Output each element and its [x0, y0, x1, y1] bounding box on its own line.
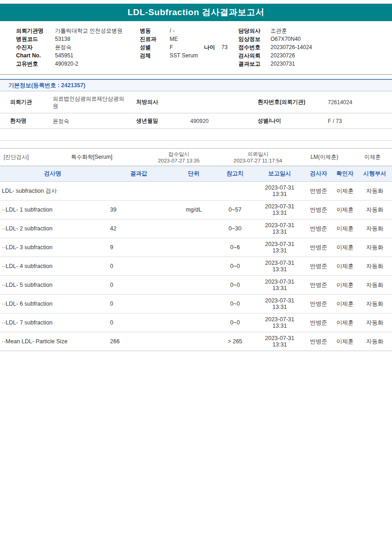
field-label: 결과보고: [238, 60, 271, 68]
basic-info-row: 환자명 윤정숙 생년월일 490920 성별/나이 F / 73: [0, 113, 392, 129]
field-patient: 수진자 윤정숙: [16, 43, 140, 51]
table-row: ··LDL- 6 subfraction 0 0~0 2023-07-31 13…: [0, 295, 392, 313]
field-value: 20230726: [271, 51, 295, 60]
field-unique-no: 고유번호 490920-2: [16, 60, 140, 68]
reference-range: 0~30: [215, 219, 254, 238]
tester: 반병준: [305, 332, 332, 351]
field-clinical-info: 임상정보 O67X70N40: [238, 35, 392, 43]
report-time: 13:31: [254, 304, 305, 310]
table-row: ··LDL- 4 subfraction 0 0~0 2023-07-31 13…: [0, 257, 392, 276]
performing-dept: 자동화: [358, 182, 392, 201]
value-birthdate: 490920: [188, 116, 248, 127]
report-date: 2023-07-31: [254, 241, 305, 247]
value-requesting-org: 의료법인삼광의료재단삼광의원: [50, 93, 126, 112]
report-date: 2023-07-31: [254, 184, 305, 191]
section-title: 기본정보(등록번호 : 2421357): [8, 82, 85, 89]
empty-row: [0, 129, 392, 141]
column-header-verifier: 확인자: [332, 166, 358, 182]
header-col-right: 담당의사 조관훈 임상정보 O67X70N40 접수번호 20230726-14…: [238, 27, 392, 68]
table-row: LDL- subfraction 검사 2023-07-31 13:31 반병준…: [0, 182, 392, 201]
test-category: [진단검사]: [0, 153, 66, 161]
unit: [172, 276, 215, 295]
receipt-label: 접수일시: [168, 151, 189, 157]
field-value: 20230726-14024: [271, 43, 312, 51]
verifier: 이제훈: [332, 182, 358, 201]
basic-info-section-header: 기본정보(등록번호 : 2421357): [0, 79, 392, 91]
reference-range: [215, 182, 254, 201]
tester: 반병준: [305, 219, 332, 238]
field-value: 조관훈: [271, 27, 287, 35]
verifier: 이제훈: [332, 332, 358, 351]
column-header-reference: 참고치: [215, 166, 254, 182]
report-datetime: 2023-07-31 13:31: [254, 219, 305, 238]
field-test-request-date: 검사의뢰 20230726: [238, 51, 392, 60]
column-header-unit: 단위: [172, 166, 215, 182]
field-ward: 병동 / -: [140, 27, 238, 35]
performing-dept: 자동화: [358, 201, 392, 219]
field-value: O67X70N40: [271, 35, 301, 43]
confirmer: 이제훈: [353, 153, 392, 161]
test-name: ··LDL- 2 subfraction: [0, 219, 105, 238]
report-time: 13:31: [254, 266, 305, 273]
field-label: 고유번호: [16, 60, 55, 68]
table-row: ··LDL- 5 subfraction 0 0~0 2023-07-31 13…: [0, 276, 392, 295]
receipt-datetime: 접수일시 2023-07-27 13:35: [138, 151, 220, 164]
field-requesting-org-name: 의뢰기관명 가톨릭대학교 인천성모병원: [16, 27, 140, 35]
result-value: 266: [105, 332, 172, 351]
test-name: ··LDL- 6 subfraction: [0, 295, 105, 313]
test-name: ··LDL- 1 subfraction: [0, 201, 105, 219]
verifier: 이제훈: [332, 313, 358, 332]
value-sex-age: F / 73: [326, 116, 392, 127]
report-datetime: 2023-07-31 13:31: [254, 238, 305, 257]
report-time: 13:31: [254, 191, 305, 197]
header-col-left: 의뢰기관명 가톨릭대학교 인천성모병원 병원코드 53138 수진자 윤정숙 C…: [16, 27, 140, 68]
tester: 반병준: [305, 182, 332, 201]
test-name: ··LDL- 5 subfraction: [0, 276, 105, 295]
report-time: 13:31: [254, 247, 305, 254]
performing-dept: 자동화: [358, 295, 392, 313]
report-datetime: 2023-07-31 13:31: [254, 182, 305, 201]
field-value: ME: [170, 35, 178, 43]
report-title: LDL-Subfraction 검사결과보고서: [127, 6, 265, 18]
unit: [172, 313, 215, 332]
column-header-test-name: 검사명: [0, 166, 105, 182]
basic-info-row: 의뢰기관 의료법인삼광의료재단삼광의원 처방의사 환자번호(의뢰기관) 7261…: [0, 91, 392, 113]
unit: mg/dL: [172, 201, 215, 219]
test-name: ··Mean LDL- Particle Size: [0, 332, 105, 351]
table-row: ··Mean LDL- Particle Size 266 > 265 2023…: [0, 332, 392, 351]
header-col-middle: 병동 / - 진료과 ME 성별 F 나이 73 검체 SST Serum: [140, 27, 238, 68]
report-date: 2023-07-31: [254, 203, 305, 210]
spacer: [0, 141, 392, 148]
unit: [172, 295, 215, 313]
performing-dept: 자동화: [358, 332, 392, 351]
report-title-banner: LDL-Subfraction 검사결과보고서: [0, 4, 392, 21]
lm-reviewer: LM(이제훈): [296, 153, 353, 161]
field-label: 검체: [140, 51, 170, 60]
reference-range: 0~57: [215, 201, 254, 219]
column-header-report-datetime: 보고일시: [254, 166, 305, 182]
report-datetime: 2023-07-31 13:31: [254, 257, 305, 276]
report-datetime: 2023-07-31 13:31: [254, 276, 305, 295]
tester: 반병준: [305, 257, 332, 276]
label-prescribing-doctor: 처방의사: [126, 98, 188, 106]
field-result-report-date: 결과보고 20230731: [238, 60, 392, 68]
request-value: 2023-07-27 11:17:54: [234, 158, 282, 163]
report-date: 2023-07-31: [254, 335, 305, 341]
field-label: 의뢰기관명: [16, 27, 55, 35]
request-label: 의뢰일시: [248, 151, 269, 157]
verifier: 이제훈: [332, 238, 358, 257]
performing-dept: 자동화: [358, 219, 392, 238]
unit: [172, 238, 215, 257]
result-value: [105, 182, 172, 201]
value-patient-number: 72614024: [326, 97, 392, 108]
field-value: 윤정숙: [55, 43, 72, 51]
table-row: ··LDL- 3 subfraction 9 0~6 2023-07-31 13…: [0, 238, 392, 257]
test-group: 특수화학[Serum]: [66, 153, 138, 161]
report-date: 2023-07-31: [254, 279, 305, 285]
report-time: 13:31: [254, 323, 305, 329]
field-label: 접수번호: [238, 43, 271, 51]
results-table: 검사명 결과값 단위 참고치 보고일시 검사자 확인자 시행부서 LDL- su…: [0, 166, 392, 351]
report-time: 13:31: [254, 285, 305, 291]
field-value: 가톨릭대학교 인천성모병원: [55, 27, 122, 35]
verifier: 이제훈: [332, 201, 358, 219]
